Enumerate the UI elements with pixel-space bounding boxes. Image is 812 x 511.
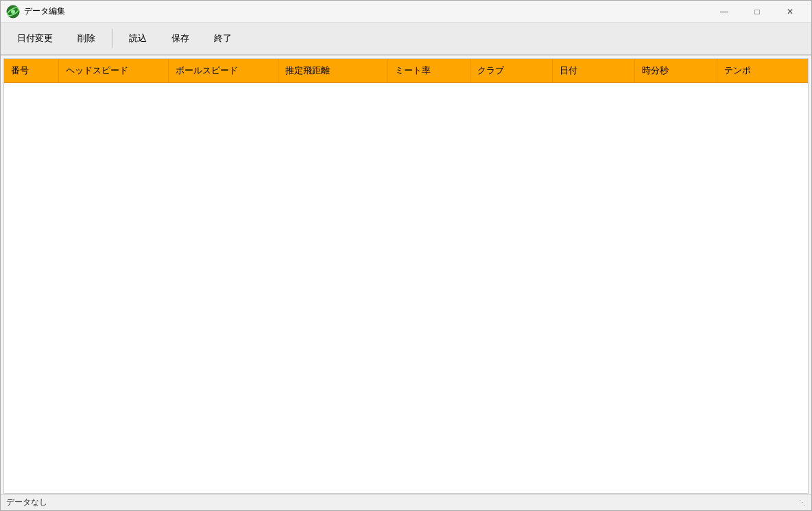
col-header-ball-speed: ボールスピード bbox=[169, 59, 278, 82]
col-header-time: 時分秒 bbox=[635, 59, 717, 82]
delete-button[interactable]: 削除 bbox=[67, 27, 106, 49]
title-bar: データ編集 — □ ✕ bbox=[1, 1, 811, 23]
toolbar: 日付変更 削除 読込 保存 終了 bbox=[1, 23, 811, 56]
col-header-dist: 推定飛距離 bbox=[278, 59, 388, 82]
svg-point-2 bbox=[11, 10, 15, 14]
col-header-date: 日付 bbox=[553, 59, 635, 82]
minimize-button[interactable]: — bbox=[708, 2, 740, 21]
app-icon bbox=[6, 5, 20, 19]
window-controls: — □ ✕ bbox=[708, 2, 806, 21]
col-header-club: クラブ bbox=[470, 59, 553, 82]
window-title: データ編集 bbox=[24, 5, 708, 17]
content-area: 番号 ヘッドスピード ボールスピード 推定飛距離 ミート率 クラブ 日付 時分秒… bbox=[3, 58, 809, 494]
table-body bbox=[4, 83, 808, 493]
main-window: データ編集 — □ ✕ 日付変更 削除 読込 保存 終了 番号 ヘッドスピード … bbox=[0, 0, 812, 511]
status-text: データなし bbox=[6, 497, 47, 508]
resize-icon: ⋱ bbox=[799, 499, 806, 506]
date-change-button[interactable]: 日付変更 bbox=[6, 27, 64, 49]
table-header: 番号 ヘッドスピード ボールスピード 推定飛距離 ミート率 クラブ 日付 時分秒… bbox=[4, 59, 808, 83]
col-header-head-speed: ヘッドスピード bbox=[59, 59, 169, 82]
col-header-bangou: 番号 bbox=[4, 59, 59, 82]
col-header-tempo: テンポ bbox=[717, 59, 808, 82]
status-bar: データなし ⋱ bbox=[1, 494, 811, 510]
save-button[interactable]: 保存 bbox=[160, 27, 200, 49]
toolbar-separator bbox=[112, 29, 112, 48]
maximize-button[interactable]: □ bbox=[741, 2, 773, 21]
read-button[interactable]: 読込 bbox=[118, 27, 158, 49]
close-button[interactable]: ✕ bbox=[774, 2, 806, 21]
col-header-meet: ミート率 bbox=[388, 59, 470, 82]
exit-button[interactable]: 終了 bbox=[203, 27, 243, 49]
